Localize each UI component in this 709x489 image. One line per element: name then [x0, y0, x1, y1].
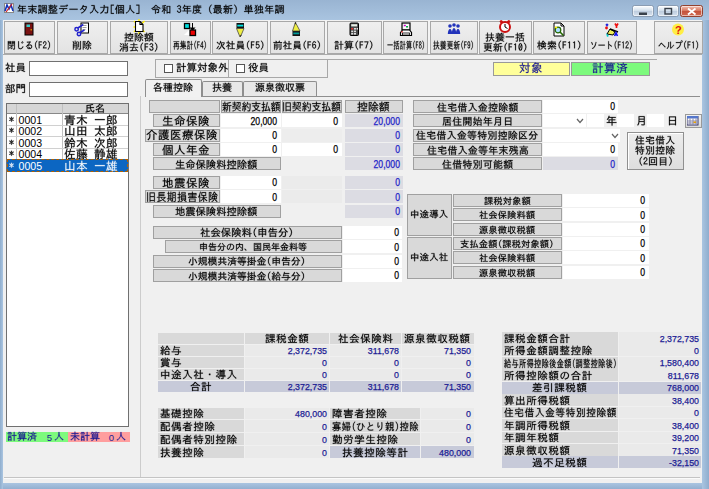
- svg-text:?: ?: [675, 24, 682, 36]
